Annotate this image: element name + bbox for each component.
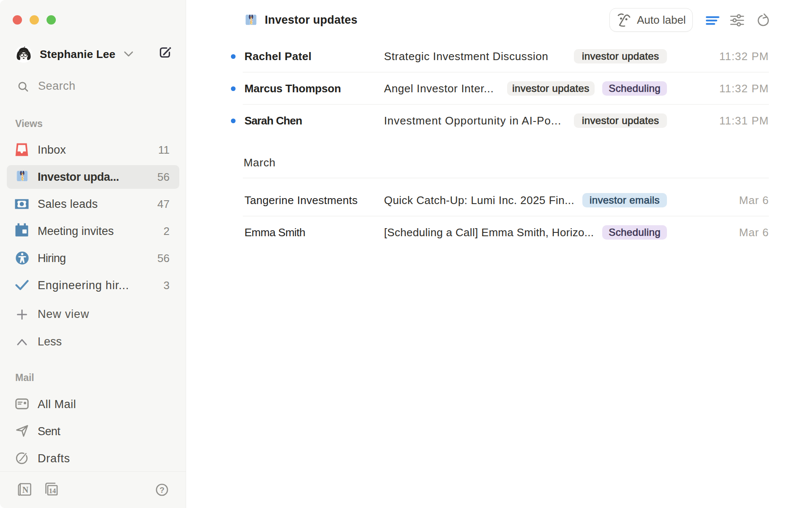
svg-text:14: 14 — [49, 487, 56, 495]
svg-text:N: N — [22, 485, 29, 494]
svg-text:?: ? — [159, 486, 165, 494]
